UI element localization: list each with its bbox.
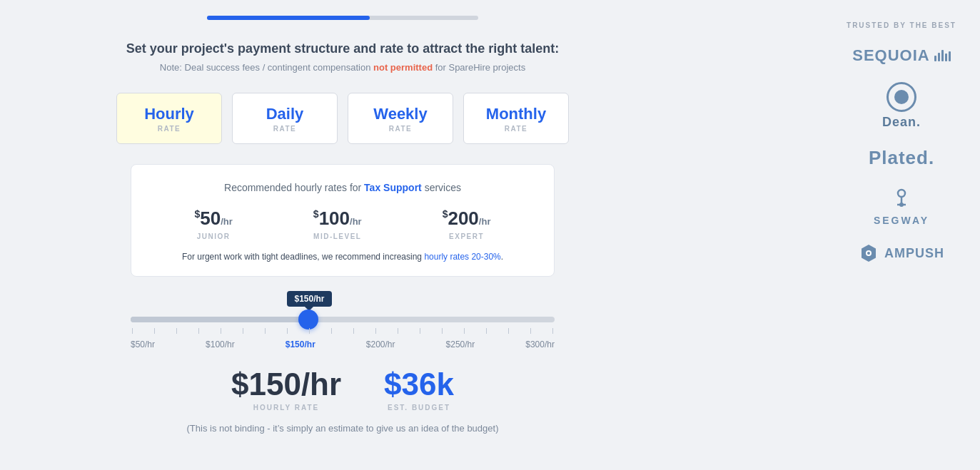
rate-btn-monthly-label: Monthly	[486, 105, 546, 123]
dean-text: Dean.	[882, 115, 921, 130]
rate-btn-daily-sub: RATE	[273, 125, 296, 133]
logo-ampush: AMPUSH	[859, 243, 944, 263]
rate-btn-weekly-label: Weekly	[373, 105, 427, 123]
rec-level-expert: EXPERT	[449, 233, 484, 240]
slider-label-250: $250/hr	[446, 339, 475, 349]
tick-18	[508, 328, 509, 334]
tick-8	[287, 328, 288, 334]
tick-17	[486, 328, 487, 334]
tick-6	[243, 328, 243, 334]
rec-level-midlevel: MID-LEVEL	[313, 233, 361, 240]
rate-btn-hourly-label: Hourly	[144, 105, 194, 123]
rec-level-junior: JUNIOR	[197, 233, 231, 240]
rate-btn-hourly-sub: RATE	[158, 125, 181, 133]
tick-19	[530, 328, 531, 334]
tick-11	[353, 328, 354, 334]
logo-sequoia: SEQUOIA	[852, 46, 950, 65]
rate-btn-daily-label: Daily	[266, 105, 304, 123]
rate-btn-weekly-sub: RATE	[389, 125, 412, 133]
rec-rates: $50/hr JUNIOR $100/hr MID-LEVEL $200/hr …	[154, 208, 531, 240]
slider-label-50: $50/hr	[131, 339, 155, 349]
logo-plated: Plated.	[869, 147, 934, 169]
slider-track[interactable]	[131, 317, 555, 322]
tick-2	[154, 328, 155, 334]
tick-20	[552, 328, 553, 334]
tick-3	[176, 328, 177, 334]
slider-tooltip: $150/hr	[287, 291, 331, 307]
ampush-text: AMPUSH	[884, 246, 944, 261]
result-hourly-value: $150/hr	[231, 367, 341, 402]
plated-text: Plated.	[869, 147, 934, 169]
rate-btn-daily[interactable]: Daily RATE	[232, 93, 338, 144]
note-text: Note: Deal success fees / contingent com…	[160, 62, 525, 73]
tick-15	[442, 328, 443, 334]
rate-btn-monthly-sub: RATE	[505, 125, 527, 133]
svg-point-0	[898, 190, 905, 197]
slider-label-200: $200/hr	[366, 339, 395, 349]
tick-16	[464, 328, 465, 334]
ampush-hex-icon	[859, 243, 879, 263]
tick-14	[420, 328, 420, 334]
result-hourly-label: HOURLY RATE	[253, 404, 319, 412]
main-content: Set your project's payment structure and…	[0, 0, 685, 470]
result-budget: $36k EST. BUDGET	[384, 367, 454, 412]
rec-rate-junior: $50/hr JUNIOR	[195, 208, 233, 240]
slider-label-300: $300/hr	[525, 339, 555, 349]
rate-btn-weekly[interactable]: Weekly RATE	[348, 93, 453, 144]
page-headline: Set your project's payment structure and…	[126, 41, 559, 56]
binding-note: (This is not binding - it’s simply an es…	[187, 423, 499, 434]
tick-7	[265, 328, 266, 334]
tick-10	[331, 328, 332, 334]
tick-13	[398, 328, 398, 334]
rec-amount-junior: $50/hr	[195, 208, 233, 230]
tick-9	[309, 328, 310, 334]
slider-label-100: $100/hr	[206, 339, 235, 349]
dean-circle-icon	[886, 82, 916, 112]
recommendation-box: Recommended hourly rates for Tax Support…	[131, 164, 555, 277]
sequoia-bars-icon	[934, 50, 951, 61]
rec-service: Tax Support	[364, 182, 422, 193]
result-budget-value: $36k	[384, 367, 454, 402]
rate-buttons-group: Hourly RATE Daily RATE Weekly RATE Month…	[116, 93, 569, 144]
not-permitted-label: not permitted	[373, 62, 433, 73]
rec-amount-expert: $200/hr	[443, 208, 491, 230]
logo-segway: SEGWAY	[874, 186, 929, 226]
rec-urgent-highlight: hourly rates 20-30%	[424, 252, 500, 262]
result-hourly: $150/hr HOURLY RATE	[231, 367, 341, 412]
rec-urgent-note: For urgent work with tight deadlines, we…	[154, 252, 531, 262]
slider-labels: $50/hr $100/hr $150/hr $200/hr $250/hr $…	[131, 339, 555, 349]
sidebar: TRUSTED BY THE BEST SEQUOIA Dean. Plated…	[823, 0, 980, 470]
progress-bar-container	[207, 16, 478, 20]
rate-btn-hourly[interactable]: Hourly RATE	[116, 93, 222, 144]
slider-label-150: $150/hr	[286, 339, 315, 349]
slider-ticks	[131, 328, 555, 334]
slider-track-container	[131, 312, 555, 327]
rec-rate-midlevel: $100/hr MID-LEVEL	[313, 208, 362, 240]
tick-4	[198, 328, 199, 334]
tick-12	[375, 328, 376, 334]
segway-icon	[889, 186, 914, 212]
result-section: $150/hr HOURLY RATE $36k EST. BUDGET	[231, 367, 454, 412]
svg-point-6	[867, 252, 870, 255]
result-budget-label: EST. BUDGET	[388, 404, 450, 412]
rec-amount-midlevel: $100/hr	[313, 208, 362, 230]
sidebar-title: TRUSTED BY THE BEST	[847, 21, 956, 29]
rec-title-prefix: Recommended hourly rates for	[224, 182, 364, 193]
slider-fill	[131, 317, 308, 322]
tick-5	[221, 328, 221, 334]
segway-text: SEGWAY	[874, 215, 929, 226]
note-prefix: Note: Deal success fees / contingent com…	[160, 62, 373, 73]
tick-1	[132, 328, 133, 334]
rate-btn-monthly[interactable]: Monthly RATE	[463, 93, 569, 144]
rec-rate-expert: $200/hr EXPERT	[443, 208, 491, 240]
logo-dean: Dean.	[882, 82, 921, 130]
progress-bar-fill	[207, 16, 370, 20]
rec-title-suffix: services	[422, 182, 461, 193]
rec-title: Recommended hourly rates for Tax Support…	[154, 182, 531, 193]
note-suffix: for SpareHire projects	[433, 62, 525, 73]
slider-thumb[interactable]	[298, 310, 318, 329]
svg-point-3	[899, 203, 904, 207]
slider-section: $150/hr	[131, 291, 555, 349]
